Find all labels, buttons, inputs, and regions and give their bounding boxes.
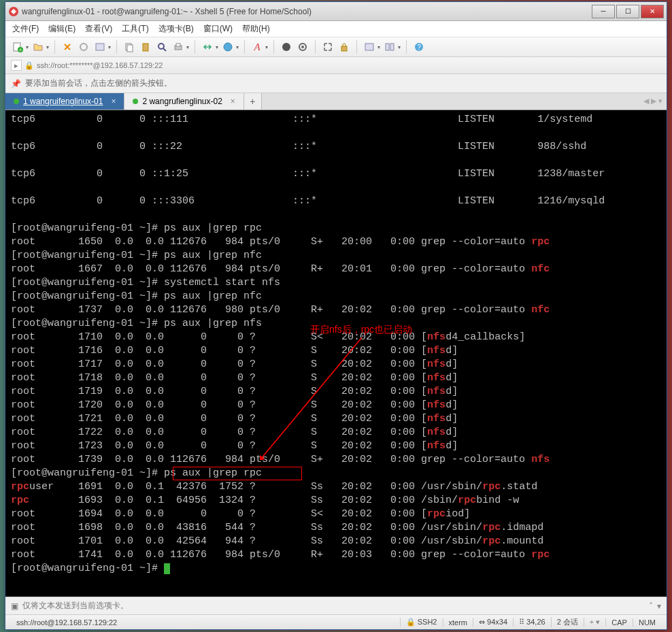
menu-tools[interactable]: 工具(T) (122, 23, 148, 35)
dropdown-arrow-icon[interactable]: ▾ (108, 44, 111, 50)
pin-icon[interactable]: 📌 (11, 79, 21, 88)
dropdown-arrow-icon[interactable]: ▾ (377, 44, 380, 50)
tab-strip: 1 wangruifenglinux-01 × 2 wangrufienglin… (5, 93, 667, 110)
paste-icon[interactable] (139, 40, 152, 54)
svg-text:+: + (19, 47, 22, 52)
svg-point-14 (282, 43, 290, 51)
status-cap: CAP (605, 618, 633, 627)
dropdown-arrow-icon[interactable]: ▾ (236, 44, 239, 50)
status-pos: ⠿ 34,26 (513, 618, 551, 627)
copy-icon[interactable] (122, 40, 136, 54)
close-icon[interactable]: × (111, 97, 116, 106)
svg-line-23 (261, 337, 362, 459)
menu-file[interactable]: 文件(F) (12, 23, 39, 35)
help-icon[interactable]: ? (412, 40, 426, 54)
lock-icon[interactable] (337, 40, 351, 54)
annotation-box (173, 467, 302, 480)
svg-rect-19 (386, 44, 389, 50)
compose-hint: 仅将文本发送到当前选项卡。 (22, 600, 129, 612)
svg-rect-18 (365, 44, 373, 50)
fullscreen-icon[interactable] (321, 40, 335, 54)
compose-bar[interactable]: ▣ 仅将文本发送到当前选项卡。 ˄ ▾ (5, 597, 667, 614)
properties-icon[interactable] (93, 40, 107, 54)
close-button[interactable]: ✕ (641, 5, 664, 18)
status-term: xterm (443, 618, 473, 627)
dropdown-arrow-icon[interactable]: ▾ (46, 44, 49, 50)
status-dot-icon (133, 99, 138, 104)
gear-icon[interactable] (296, 40, 309, 54)
minimize-button[interactable]: ─ (592, 5, 615, 18)
status-plus[interactable]: + ▾ (584, 618, 605, 627)
svg-rect-17 (341, 46, 347, 51)
svg-rect-12 (176, 44, 180, 46)
tab-label: 1 wangruifenglinux-01 (23, 97, 103, 106)
annotation-text: 开启nfs后，rpc也已启动 (310, 322, 412, 336)
svg-rect-20 (390, 44, 394, 50)
menubar: 文件(F) 编辑(E) 查看(V) 工具(T) 选项卡(B) 窗口(W) 帮助(… (5, 21, 667, 37)
tab-label: 2 wangrufienglinux-02 (142, 97, 222, 106)
transfer-icon[interactable] (201, 40, 214, 54)
status-size: ⇔ 94x34 (473, 618, 513, 627)
app-window: wangruifenglinux-01 - root@wangruifeng-0… (5, 1, 667, 630)
addressbar-text: ssh://root:********@192.168.57.129:22 (37, 61, 163, 69)
find-icon[interactable] (155, 40, 169, 54)
print-icon[interactable] (171, 40, 185, 54)
hintbar: 📌 要添加当前会话，点击左侧的箭头按钮。 (5, 74, 667, 93)
app-icon (8, 6, 19, 17)
status-dot-icon (14, 99, 19, 104)
window-title: wangruifenglinux-01 - root@wangruifeng-0… (22, 7, 590, 16)
menu-tabs[interactable]: 选项卡(B) (158, 23, 194, 35)
svg-rect-7 (127, 45, 133, 52)
open-icon[interactable] (31, 40, 45, 54)
addressbar[interactable]: ▸ 🔒 ssh://root:********@192.168.57.129:2… (5, 57, 667, 74)
toolbar: +▾ ▾ ▾ ▾ ▾ ▾ A▾ ▾ ▾ (5, 37, 667, 57)
dropdown-arrow-icon[interactable]: ▾ (216, 44, 218, 50)
dropdown-arrow-icon[interactable]: ▾ (26, 44, 29, 50)
tile-icon[interactable] (383, 40, 397, 54)
terminal[interactable]: tcp6 0 0 :::111 :::* LISTEN 1/systemd tc… (5, 110, 667, 597)
titlebar[interactable]: wangruifenglinux-01 - root@wangruifeng-0… (5, 2, 667, 21)
menu-edit[interactable]: 编辑(E) (48, 23, 75, 35)
script-icon[interactable] (280, 40, 293, 54)
svg-point-9 (158, 44, 164, 49)
chevron-up-icon[interactable]: ˄ (649, 601, 653, 611)
dropdown-arrow-icon[interactable]: ▾ (186, 44, 189, 50)
lock-icon: 🔒 (24, 61, 34, 70)
globe-icon[interactable] (221, 40, 235, 54)
hint-text: 要添加当前会话，点击左侧的箭头按钮。 (25, 78, 172, 89)
status-ssh: 🔒 SSH2 (400, 618, 443, 627)
svg-point-16 (301, 46, 304, 48)
menu-view[interactable]: 查看(V) (85, 23, 112, 35)
tab-nav[interactable]: ◀ ▶ ▾ (643, 97, 662, 105)
status-num: NUM (633, 618, 661, 627)
add-tab-button[interactable]: + (244, 93, 262, 110)
addressbar-add-icon[interactable]: ▸ (11, 60, 22, 71)
tab-session-2[interactable]: 2 wangrufienglinux-02 × (124, 93, 243, 110)
send-icon[interactable]: ▣ (11, 601, 18, 611)
svg-point-13 (224, 43, 232, 51)
svg-point-4 (80, 44, 87, 50)
annotation-arrow (260, 337, 375, 460)
new-session-icon[interactable]: + (11, 40, 24, 54)
svg-rect-5 (96, 44, 104, 50)
font-icon[interactable]: A (250, 40, 264, 54)
close-icon[interactable]: × (231, 97, 235, 106)
dropdown-arrow-icon[interactable]: ▾ (265, 44, 268, 50)
dropdown-arrow-icon[interactable]: ▾ (398, 44, 401, 50)
menu-help[interactable]: 帮助(H) (242, 23, 270, 35)
statusbar: ssh://root@192.168.57.129:22 🔒 SSH2 xter… (5, 614, 667, 629)
reconnect-icon[interactable] (61, 40, 74, 54)
disconnect-icon[interactable] (77, 40, 90, 54)
svg-rect-8 (143, 44, 148, 51)
status-connection: ssh://root@192.168.57.129:22 (11, 618, 400, 627)
status-sessions: 2 会话 (551, 617, 584, 627)
maximize-button[interactable]: ☐ (616, 5, 639, 18)
tab-session-1[interactable]: 1 wangruifenglinux-01 × (5, 93, 124, 110)
svg-text:?: ? (417, 44, 421, 51)
menu-window[interactable]: 窗口(W) (203, 23, 233, 35)
layout-icon[interactable] (363, 40, 376, 54)
chevron-down-icon[interactable]: ▾ (657, 601, 661, 611)
svg-line-10 (163, 48, 166, 51)
